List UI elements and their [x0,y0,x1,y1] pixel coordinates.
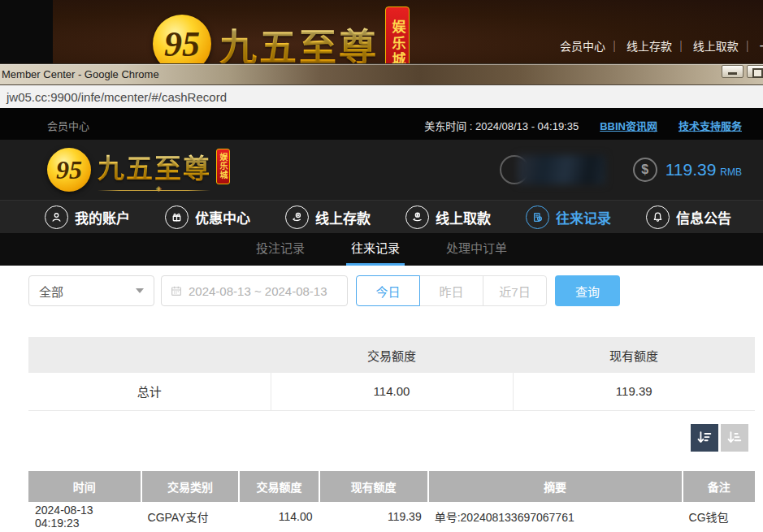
top-status-bar: 会员中心 美东时间 : 2024/08/13 - 04:19:35 BBIN资讯… [0,108,763,140]
tab-pending-orders[interactable]: 处理中订单 [441,233,512,266]
banner-link-withdraw[interactable]: 线上取款 [693,40,756,53]
yesterday-button[interactable]: 昨日 [419,275,483,306]
nav-item-announcements[interactable]: 信息公告 [646,205,731,229]
summary-trade-value: 114.00 [271,373,513,410]
table-row: 2024-08-13 04:19:23 CGPAY支付 114.00 119.3… [28,502,755,532]
date-range-input[interactable]: 2024-08-13 ~ 2024-08-13 [161,275,348,306]
record-balance: 119.39 [319,502,428,532]
type-select-value: 全部 [39,283,63,300]
banner-link-deposit[interactable]: 线上存款 [626,40,690,53]
tab-transaction-records[interactable]: 往来记录 [346,233,405,266]
username-redacted [518,155,605,184]
deposit-coin-icon [285,205,309,229]
tab-bet-records[interactable]: 投注记录 [251,233,310,266]
banner-link-member[interactable]: 会员中心 [560,40,623,53]
type-select[interactable]: 全部 [28,275,154,306]
last7days-button[interactable]: 近7日 [483,275,547,306]
summary-header-trade: 交易额度 [271,337,513,373]
user-icon [45,205,68,229]
nav-item-transaction-records[interactable]: 往来记录 [526,205,611,229]
server-time: 美东时间 : 2024/08/13 - 04:19:35 [424,118,579,133]
col-header-remark: 备注 [683,471,755,502]
date-range-value: 2024-08-13 ~ 2024-08-13 [189,284,327,298]
summary-header-empty [28,337,271,373]
balance-amount: 119.39 [665,160,717,179]
record-remark: CG钱包 [683,502,755,532]
maximize-button[interactable] [747,65,763,78]
gift-icon [165,205,189,229]
brand-block: 九五至尊 娱乐城 [98,147,230,193]
address-bar[interactable]: jw05.cc:9900/infe/mcenter/#/cashRecord [0,85,763,108]
summary-balance-value: 119.39 [513,373,755,410]
filter-row: 全部 2024-08-13 ~ 2024-08-13 今日 昨日 近7日 查询 [28,275,755,306]
sort-controls [28,424,755,452]
summary-table: 交易额度 现有额度 总计 114.00 119.39 [28,337,755,411]
dollar-coin-icon: $ [633,158,657,182]
screen: 95 九五至尊 娱乐城 会员中心 线上存款 线上取款 一键 Member Cen… [0,0,763,532]
record-time: 2024-08-13 04:19:23 [28,502,141,532]
sort-ascending-button[interactable] [721,424,748,452]
topbar-right: 美东时间 : 2024/08/13 - 04:19:35 BBIN资讯网 技术支… [424,118,742,133]
nav-item-promotions[interactable]: 优惠中心 [165,205,250,229]
records-table: 时间 交易类别 交易额度 现有额度 摘要 备注 2024-08-13 04:19… [28,471,755,532]
main-nav: 我的账户 优惠中心 线上存款 线上取款 [0,200,763,233]
summary-row: 总计 114.00 119.39 [28,373,755,410]
records-clipboard-icon [526,205,549,229]
minimize-button[interactable] [722,65,743,78]
chevron-down-icon [136,288,144,293]
quick-range-group: 今日 昨日 近7日 [356,275,547,306]
page: 会员中心 美东时间 : 2024/08/13 - 04:19:35 BBIN资讯… [0,108,763,532]
tech-support-link[interactable]: 技术支持服务 [678,118,742,133]
balance-currency: RMB [720,167,742,178]
withdraw-coin-icon [405,205,429,229]
content: 全部 2024-08-13 ~ 2024-08-13 今日 昨日 近7日 查询 [0,266,763,532]
nav-item-withdraw[interactable]: 线上取款 [405,205,491,229]
url-text[interactable]: jw05.cc:9900/infe/mcenter/#/cashRecord [0,90,227,104]
brand-logo-icon[interactable]: 95 [47,148,91,192]
flourish-ornament [98,188,230,193]
sort-asc-icon [726,429,743,447]
desktop-edge [0,0,53,63]
bbin-news-link[interactable]: BBIN资讯网 [600,118,657,133]
sort-descending-button[interactable] [691,424,718,452]
search-button[interactable]: 查询 [555,275,620,306]
window-titlebar[interactable]: Member Center - Google Chrome [0,63,763,85]
record-amount: 114.00 [239,502,319,532]
section-label: 会员中心 [47,118,89,133]
banner-link-onekey[interactable]: 一键 [760,40,763,53]
nav-item-my-account[interactable]: 我的账户 [45,205,130,229]
col-header-balance: 现有额度 [319,471,428,502]
sort-desc-icon [696,429,713,447]
banner-nav-links: 会员中心 线上存款 线上取款 一键 [560,37,763,54]
record-summary: 单号:202408133697067761 [428,502,683,532]
col-header-type: 交易类别 [141,471,240,502]
window-title: Member Center - Google Chrome [2,68,159,80]
summary-header-balance: 现有额度 [513,337,755,373]
record-type: CGPAY支付 [141,502,240,532]
nav-item-deposit[interactable]: 线上存款 [285,205,371,229]
col-header-summary: 摘要 [428,471,683,502]
calendar-icon [170,284,183,297]
logo-monogram: 95 [164,24,200,65]
site-header: 95 九五至尊 娱乐城 $ 119.39 RMB [0,140,763,200]
brand-badge: 娱乐城 [216,149,230,184]
col-header-amount: 交易额度 [239,471,319,502]
bell-icon [646,205,670,229]
user-area: $ 119.39 RMB [500,155,742,184]
summary-total-label: 总计 [28,373,271,410]
background-site-banner: 95 九五至尊 娱乐城 会员中心 线上存款 线上取款 一键 [0,0,763,63]
logo-monogram: 95 [56,155,82,185]
brand-name: 九五至尊 [98,147,211,186]
col-header-time: 时间 [28,471,141,502]
today-button[interactable]: 今日 [356,275,420,306]
sub-nav: 投注记录 往来记录 处理中订单 [0,233,763,266]
